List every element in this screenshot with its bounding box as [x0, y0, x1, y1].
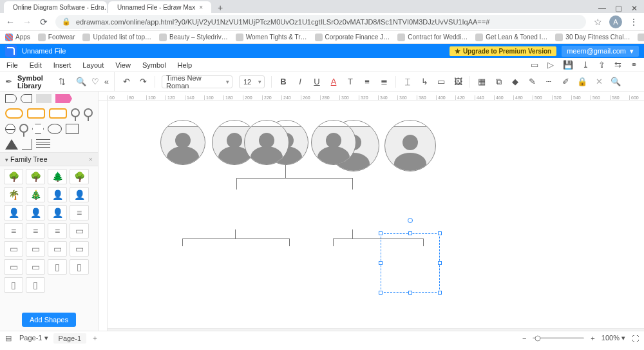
address-bar[interactable]: 🔒 edrawmax.com/online/app.html?y0/KUjV2y…	[55, 15, 586, 29]
menu-help[interactable]: Help	[178, 61, 193, 69]
page-dropdown[interactable]: Page-1 ▾	[19, 334, 48, 342]
page-list-icon[interactable]: ▤	[5, 334, 12, 342]
app-logo-icon[interactable]	[5, 45, 17, 57]
close-tab-icon[interactable]: ×	[199, 4, 203, 11]
window-maximize-icon[interactable]: ▢	[615, 4, 622, 13]
account-menu[interactable]: meem@gmail.com ▾	[562, 46, 639, 57]
shape-thumb[interactable]: ▯	[4, 277, 23, 293]
canvas[interactable]	[108, 101, 644, 328]
shape-lollipop[interactable]	[19, 124, 28, 133]
connector-icon[interactable]: ↳	[419, 77, 430, 86]
font-color-icon[interactable]: A	[328, 77, 339, 86]
tools-icon[interactable]: ✕	[594, 77, 604, 86]
shape-circle[interactable]	[5, 124, 15, 134]
shape-thumb[interactable]: ▭	[4, 241, 23, 257]
nav-back-icon[interactable]: ←	[5, 17, 15, 27]
image-icon[interactable]: 🖼	[453, 77, 463, 86]
shape-thumb[interactable]: ▯	[26, 277, 45, 293]
line-style-icon[interactable]: ┄	[544, 77, 554, 86]
menu-file[interactable]: File	[6, 61, 18, 69]
search-icon[interactable]: 🔍	[76, 77, 86, 86]
resize-handle[interactable]	[438, 231, 442, 235]
new-tab-button[interactable]: +	[213, 3, 228, 13]
resize-handle[interactable]	[408, 231, 412, 235]
resize-handle[interactable]	[379, 261, 383, 265]
present-icon[interactable]: ▭	[531, 60, 538, 70]
italic-icon[interactable]: I	[295, 77, 305, 86]
nav-reload-icon[interactable]: ⟳	[39, 17, 49, 27]
rectangle-icon[interactable]: ▭	[436, 77, 446, 86]
upgrade-button[interactable]: ★ Upgrade to Premium Version	[450, 46, 556, 56]
search-canvas-icon[interactable]: 🔍	[611, 77, 621, 86]
text-style-icon[interactable]: T	[345, 77, 355, 86]
shape-thumb[interactable]: ▭	[26, 241, 45, 257]
shape-category-header[interactable]: ▾ Family Tree ×	[0, 152, 98, 166]
shape-sample[interactable]	[36, 94, 52, 103]
shape-ellipse[interactable]	[48, 124, 62, 134]
shape-thumb[interactable]: 👤	[4, 205, 23, 220]
arrange-icon[interactable]: ▦	[477, 77, 487, 86]
tree-node[interactable]	[311, 120, 356, 165]
bookmark-item[interactable]: Negin Mirsalehi	[638, 34, 644, 41]
menu-insert[interactable]: Insert	[53, 61, 71, 69]
tree-node-selected[interactable]	[384, 120, 436, 171]
bookmark-item[interactable]: Get Lean & Toned I…	[475, 34, 547, 41]
shape-thumb[interactable]: ▭	[70, 223, 89, 238]
bookmark-item[interactable]: 30 Day Fitness Chal…	[555, 34, 630, 41]
font-size-select[interactable]: 12	[239, 75, 265, 88]
bookmark-star-icon[interactable]: ☆	[592, 17, 603, 27]
shape-thumb[interactable]: ▯	[48, 259, 67, 275]
shape-hexagon[interactable]	[32, 124, 44, 134]
favorite-icon[interactable]: ♡	[91, 77, 99, 86]
font-select[interactable]: Times New Roman	[162, 75, 232, 88]
add-shapes-button[interactable]: Add Shapes	[22, 313, 76, 327]
shape-thumb[interactable]: ▯	[70, 259, 89, 275]
resize-handle[interactable]	[438, 261, 442, 265]
shape-thumb[interactable]: 👤	[48, 205, 67, 220]
shape-thumb[interactable]: ≡	[48, 223, 67, 238]
underline-icon[interactable]: U	[312, 77, 322, 86]
add-page-button[interactable]: ＋	[91, 333, 99, 343]
save-icon[interactable]: 💾	[563, 60, 573, 70]
lock-icon[interactable]: 🔒	[577, 77, 587, 86]
shape-thumb[interactable]: 👤	[48, 187, 67, 202]
rotate-handle[interactable]	[408, 218, 413, 223]
shape-lollipop[interactable]	[84, 108, 93, 117]
play-icon[interactable]: ▷	[547, 60, 554, 70]
tree-node[interactable]	[244, 120, 289, 165]
browser-tab[interactable]: Online Diagram Software - Edra…×	[4, 1, 107, 13]
nav-forward-icon[interactable]: →	[22, 17, 32, 27]
shape-thumb[interactable]: ▭	[70, 241, 89, 257]
window-minimize-icon[interactable]: —	[598, 4, 606, 13]
window-close-icon[interactable]: ✕	[631, 4, 638, 13]
align-icon[interactable]: ≡	[362, 77, 372, 86]
shape-thumb[interactable]: ▭	[26, 259, 45, 275]
zoom-slider[interactable]	[533, 337, 584, 339]
zoom-value[interactable]: 100% ▾	[601, 334, 625, 342]
resize-handle[interactable]	[438, 291, 442, 295]
edit-icon[interactable]: ✐	[560, 77, 571, 86]
shape-right-angle[interactable]	[22, 139, 32, 150]
download-icon[interactable]: ⤓	[582, 60, 589, 70]
menu-symbol[interactable]: Symbol	[142, 61, 166, 69]
text-tool-icon[interactable]: ⌶	[402, 77, 413, 86]
bold-icon[interactable]: B	[278, 77, 289, 86]
resize-handle[interactable]	[379, 291, 383, 295]
shape-thumb[interactable]: 🎄	[26, 187, 45, 202]
shape-round-rect[interactable]	[49, 108, 67, 119]
line-spacing-icon[interactable]: ≣	[379, 77, 389, 86]
group-icon[interactable]: ⧉	[493, 77, 504, 87]
kebab-menu-icon[interactable]: ⋮	[629, 17, 639, 27]
shape-thumb[interactable]: 🌳	[4, 169, 23, 184]
menu-edit[interactable]: Edit	[30, 61, 42, 69]
profile-avatar[interactable]: A	[609, 15, 622, 28]
bookmark-item[interactable]: Women Tights & Tr…	[236, 34, 307, 41]
fullscreen-icon[interactable]: ⛶	[632, 335, 639, 342]
share-icon[interactable]: ⇆	[614, 60, 621, 70]
bookmark-item[interactable]: Footwear	[38, 34, 75, 41]
shape-thumb[interactable]: ▭	[4, 259, 23, 275]
line-tool-icon[interactable]: ✎	[527, 77, 537, 86]
shape-thumb[interactable]: ≡	[4, 223, 23, 238]
redo-icon[interactable]: ↷	[138, 77, 148, 86]
collapse-icon[interactable]: «	[104, 77, 109, 86]
